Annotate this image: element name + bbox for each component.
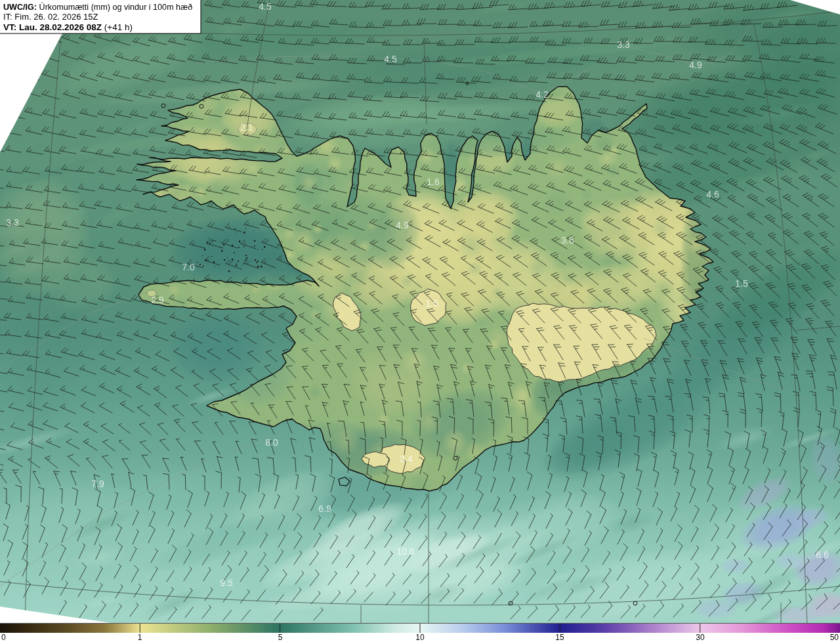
svg-text:4.5: 4.5 <box>384 54 397 64</box>
svg-text:3.4: 3.4 <box>400 454 413 464</box>
svg-text:15: 15 <box>555 633 564 642</box>
svg-text:1: 1 <box>138 633 142 642</box>
svg-text:5: 5 <box>278 633 283 642</box>
svg-text:IT: Fim. 26. 02. 2026 15Z: IT: Fim. 26. 02. 2026 15Z <box>3 12 98 22</box>
svg-text:10.6: 10.6 <box>396 546 414 557</box>
svg-text:2.9: 2.9 <box>151 295 164 305</box>
svg-text:4.2: 4.2 <box>536 89 549 100</box>
svg-text:1.5: 1.5 <box>735 278 748 289</box>
svg-text:4.9: 4.9 <box>689 60 702 70</box>
svg-text:30: 30 <box>696 633 705 642</box>
svg-text:50: 50 <box>830 633 839 642</box>
svg-text:3.3: 3.3 <box>617 39 630 50</box>
svg-text:3.6: 3.6 <box>561 235 574 246</box>
svg-text:6.6: 6.6 <box>816 549 829 560</box>
svg-text:9.5: 9.5 <box>220 578 233 588</box>
svg-text:1.5: 1.5 <box>425 298 438 309</box>
svg-text:10: 10 <box>415 633 425 642</box>
svg-text:0: 0 <box>1 633 6 642</box>
svg-text:4.6: 4.6 <box>706 189 719 200</box>
svg-text:6.9: 6.9 <box>318 503 331 514</box>
svg-text:2.1: 2.1 <box>240 122 253 133</box>
svg-text:1.6: 1.6 <box>427 177 440 187</box>
svg-text:7.0: 7.0 <box>182 262 195 272</box>
svg-text:4.5: 4.5 <box>259 1 272 12</box>
svg-text:4.9: 4.9 <box>396 220 409 230</box>
svg-text:7.9: 7.9 <box>91 479 104 489</box>
svg-text:8.0: 8.0 <box>265 437 278 448</box>
svg-text:VT: Lau. 28.02.2026 08Z (+41 h: VT: Lau. 28.02.2026 08Z (+41 h) <box>3 22 133 32</box>
svg-text:UWC/IG: Úrkomumætti (mm) og vi: UWC/IG: Úrkomumætti (mm) og vindur i 100… <box>3 2 192 12</box>
svg-text:3.3: 3.3 <box>6 217 19 228</box>
